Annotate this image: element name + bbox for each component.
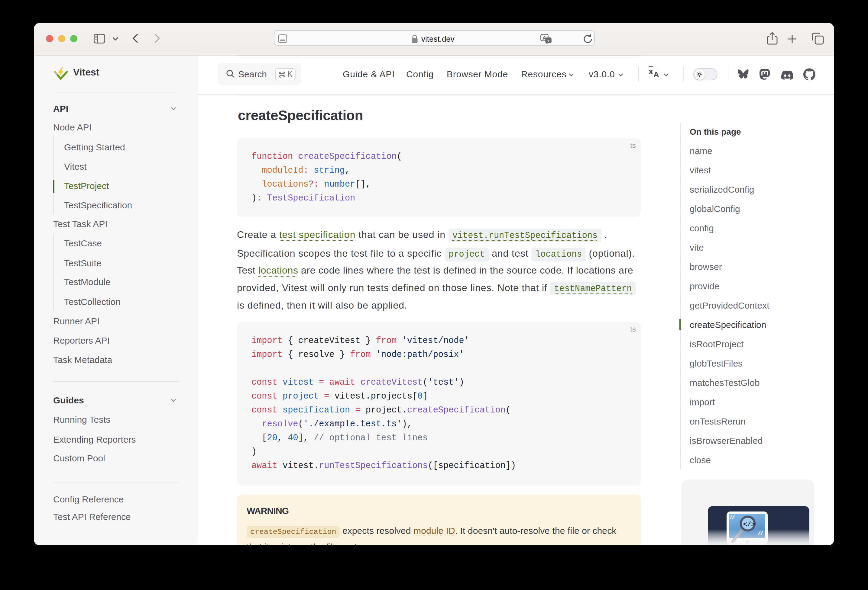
svg-text:</>: </> [743,521,755,528]
svg-text:x: x [547,38,550,43]
